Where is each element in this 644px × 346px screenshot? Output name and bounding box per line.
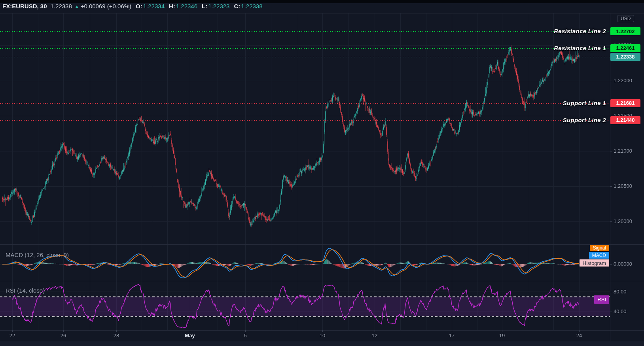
- time-tick: 5: [244, 333, 246, 338]
- time-tick: 10: [320, 333, 325, 338]
- close-value: 1.22338: [241, 3, 262, 9]
- macd-signal-legend-badge: Signal: [590, 245, 609, 251]
- macd-axis-value: 0.00000: [614, 261, 632, 267]
- time-tick: 22: [9, 333, 15, 338]
- high-value: 1.22346: [176, 3, 197, 9]
- support-1-price-badge: 1.21681: [610, 99, 640, 107]
- macd-indicator-title[interactable]: MACD (12, 26, close, 9): [6, 251, 69, 258]
- rsi-axis-value: 40.00: [614, 308, 627, 314]
- close-label: C:: [234, 3, 240, 9]
- rsi-axis-value: 80.00: [614, 289, 627, 295]
- price-tick: 1.21000: [614, 148, 632, 154]
- resistance-1-price-badge: 1.22461: [610, 44, 640, 52]
- high-label: H:: [169, 3, 175, 9]
- rsi-indicator-title[interactable]: RSI (14, close): [6, 287, 45, 294]
- time-tick: 24: [576, 333, 582, 338]
- resistance-2-price-badge: 1.22702: [610, 27, 640, 35]
- chart-canvas[interactable]: [0, 0, 644, 346]
- last-price-badge: 1.22338: [610, 53, 640, 61]
- rsi-legend-badge: RSI: [594, 295, 609, 304]
- time-tick-month: May: [185, 333, 195, 338]
- time-tick: 28: [114, 333, 119, 338]
- tradingview-chart-window: FX:EURUSD, 30 1.22338 ▲ +0.00069 (+0.06%…: [0, 0, 644, 346]
- low-value: 1.22323: [208, 3, 229, 9]
- resistance-line-2-label[interactable]: Resistance Line 2: [554, 27, 606, 35]
- open-value: 1.22334: [143, 3, 165, 9]
- support-2-price-badge: 1.21440: [610, 116, 640, 124]
- time-tick: 26: [61, 333, 66, 338]
- time-tick: 17: [449, 333, 455, 338]
- price-tick: 1.20500: [614, 183, 632, 189]
- open-label: O:: [136, 3, 142, 9]
- price-change: +0.00069 (+0.06%): [81, 3, 131, 9]
- last-price-value: 1.22338: [51, 3, 72, 9]
- macd-line-legend-badge: MACD: [589, 252, 609, 259]
- ohlc-header: FX:EURUSD, 30 1.22338 ▲ +0.00069 (+0.06%…: [2, 3, 263, 9]
- time-tick: 19: [499, 333, 505, 338]
- symbol-label[interactable]: FX:EURUSD, 30: [2, 3, 47, 9]
- price-tick: 1.20000: [614, 218, 632, 224]
- resistance-line-1-label[interactable]: Resistance Line 1: [554, 44, 606, 52]
- time-tick: 12: [372, 333, 377, 338]
- support-line-2-label[interactable]: Support Line 2: [563, 116, 606, 124]
- price-tick: 1.22000: [614, 78, 632, 83]
- currency-unit-button[interactable]: USD: [617, 15, 634, 22]
- macd-histogram-legend-badge: Histogram: [580, 259, 609, 267]
- up-arrow-icon: ▲: [75, 4, 79, 9]
- low-label: L:: [202, 3, 207, 9]
- support-line-1-label[interactable]: Support Line 1: [563, 99, 606, 107]
